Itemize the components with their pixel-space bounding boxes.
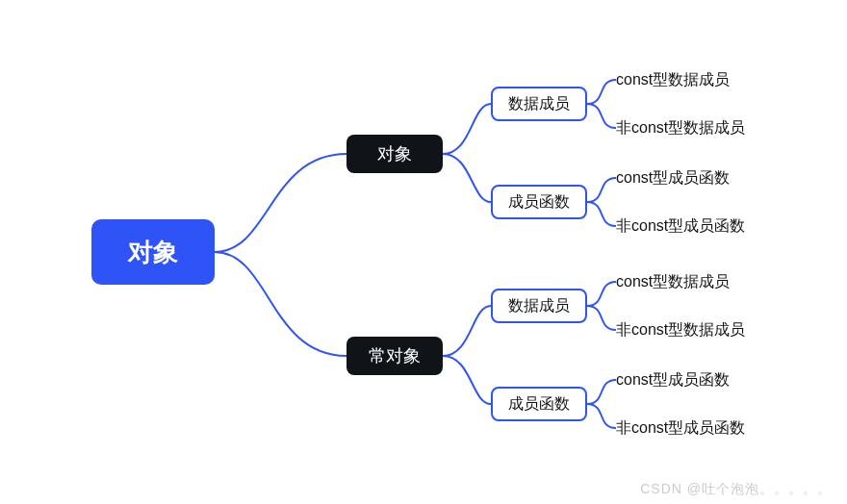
leaf-const-func-1: const型成员函数 [616, 168, 730, 189]
node-data-member-1: 数据成员 [491, 87, 587, 121]
leaf-nonconst-data-1: 非const型数据成员 [616, 118, 745, 139]
leaf-const-data-2: const型数据成员 [616, 272, 730, 292]
leaf-nonconst-func-1: 非const型成员函数 [616, 216, 745, 237]
leaf-nonconst-data-2: 非const型数据成员 [616, 320, 745, 340]
leaf-const-func-2: const型成员函数 [616, 370, 730, 391]
node-object: 对象 [346, 135, 443, 173]
leaf-const-data-1: const型数据成员 [616, 70, 730, 90]
leaf-nonconst-func-2: 非const型成员函数 [616, 418, 745, 439]
node-member-func-2: 成员函数 [491, 387, 587, 421]
node-member-func-1: 成员函数 [491, 185, 587, 219]
watermark: CSDN @吐个泡泡。。。。。 [640, 481, 832, 498]
node-data-member-2: 数据成员 [491, 289, 587, 323]
root-node: 对象 [91, 219, 215, 285]
node-const-object: 常对象 [346, 337, 443, 375]
